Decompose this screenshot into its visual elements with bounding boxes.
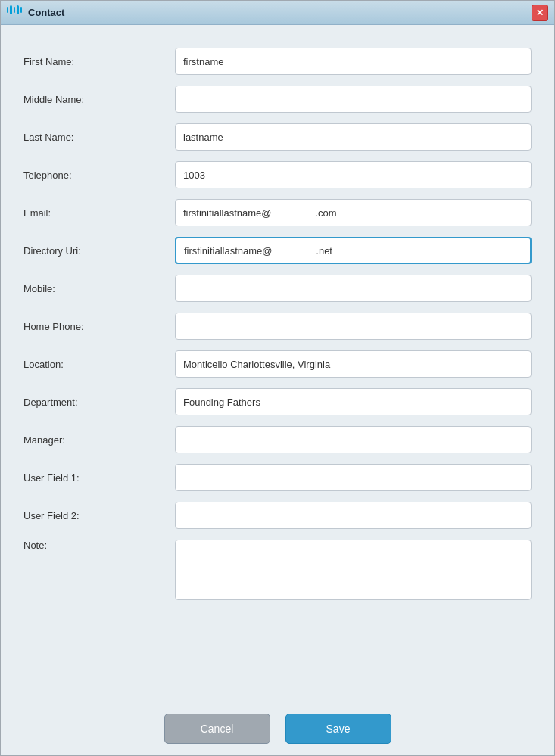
manager-input[interactable] [175, 426, 532, 453]
title-bar: Contact ✕ [1, 1, 554, 25]
note-label: Note: [23, 540, 175, 551]
user-field-2-input[interactable] [175, 502, 532, 529]
location-label: Location: [23, 359, 175, 370]
last-name-row: Last Name: [23, 123, 532, 151]
user-field-1-label: User Field 1: [23, 472, 175, 484]
contact-window: Contact ✕ First Name: Middle Name: Last … [0, 0, 555, 756]
telephone-row: Telephone: [23, 161, 532, 188]
cancel-button[interactable]: Cancel [164, 714, 270, 744]
user-field-2-row: User Field 2: [23, 502, 532, 529]
mobile-row: Mobile: [23, 275, 532, 302]
mobile-label: Mobile: [23, 283, 175, 294]
directory-uri-label: Directory Uri: [23, 245, 175, 257]
note-textarea[interactable] [175, 540, 532, 600]
department-label: Department: [23, 397, 175, 408]
last-name-label: Last Name: [23, 132, 175, 143]
window-title: Contact [28, 7, 532, 18]
mobile-input[interactable] [175, 275, 532, 302]
user-field-1-input[interactable] [175, 464, 532, 491]
middle-name-input[interactable] [175, 86, 532, 113]
first-name-input[interactable] [175, 48, 532, 75]
manager-label: Manager: [23, 434, 175, 446]
telephone-input[interactable] [175, 161, 532, 188]
telephone-label: Telephone: [23, 170, 175, 181]
location-input[interactable] [175, 350, 532, 378]
first-name-row: First Name: [23, 48, 532, 75]
directory-uri-input[interactable] [175, 237, 532, 264]
middle-name-row: Middle Name: [23, 86, 532, 113]
manager-row: Manager: [23, 426, 532, 453]
note-row: Note: [23, 540, 532, 600]
user-field-1-row: User Field 1: [23, 464, 532, 491]
home-phone-input[interactable] [175, 313, 532, 340]
department-input[interactable] [175, 388, 532, 415]
footer: Cancel Save [1, 702, 554, 755]
cisco-logo-icon [7, 5, 22, 20]
save-button[interactable]: Save [285, 714, 391, 744]
first-name-label: First Name: [23, 56, 175, 67]
form-content: First Name: Middle Name: Last Name: Tele… [1, 25, 554, 702]
home-phone-row: Home Phone: [23, 313, 532, 340]
user-field-2-label: User Field 2: [23, 510, 175, 521]
middle-name-label: Middle Name: [23, 94, 175, 105]
home-phone-label: Home Phone: [23, 321, 175, 332]
email-label: Email: [23, 207, 175, 219]
close-button[interactable]: ✕ [532, 5, 548, 21]
department-row: Department: [23, 388, 532, 415]
email-row: Email: [23, 199, 532, 226]
last-name-input[interactable] [175, 123, 532, 151]
email-input[interactable] [175, 199, 532, 226]
location-row: Location: [23, 350, 532, 378]
directory-uri-row: Directory Uri: [23, 237, 532, 264]
